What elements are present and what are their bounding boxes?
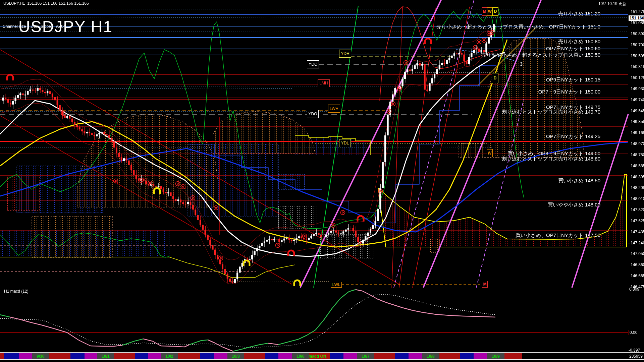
last-updated: 10/7 10:19 更新 xyxy=(598,1,627,7)
date-band-segment xyxy=(439,353,460,359)
date-band-segment xyxy=(374,353,395,359)
macd-panel-label: H1 macd (12) xyxy=(4,289,29,294)
date-band-segment xyxy=(85,353,97,359)
price-tick-label: 147.625 xyxy=(631,219,644,223)
date-band-segment xyxy=(19,353,32,359)
level-label-lwh: LWH xyxy=(328,105,340,113)
date-band-segment xyxy=(244,353,265,359)
date-label: 10/1 xyxy=(99,354,112,359)
level-label-lmh: LMH xyxy=(318,79,330,87)
price-tick-label: 147.435 xyxy=(631,230,644,234)
price-tick-label: 150.890 xyxy=(631,32,644,36)
date-label: 10/7 xyxy=(359,354,372,359)
timeframe-button-w[interactable]: W xyxy=(487,7,493,16)
price-tick-label: 147.820 xyxy=(631,207,644,212)
date-band-segment xyxy=(409,353,422,359)
timeframe-button-m[interactable]: M xyxy=(482,7,487,16)
current-price-tag: 151.166 xyxy=(629,15,644,21)
level-annotation: OP9日NYカット 150.15 xyxy=(546,77,600,83)
date-label: 10/2 xyxy=(163,354,176,359)
price-tick-label: 150.315 xyxy=(631,64,644,69)
level-annotation: 買い小さめ 148.50 xyxy=(558,178,600,184)
macd-on-label: macd ON xyxy=(309,354,326,359)
price-tick-label: 148.780 xyxy=(631,153,644,157)
level-annotation: OP7日NYカット 149.25 xyxy=(546,133,600,140)
price-tick-label: 149.545 xyxy=(631,109,644,113)
macd-max-label: 0.809 xyxy=(629,287,639,292)
level-annotation: 売り小さめ 151.20 xyxy=(558,11,600,17)
status-bar: USDJPY,H1 151.166 151.166 151.166 151.16… xyxy=(0,0,644,7)
level-annotation: 買いやや小さめ 148.00 xyxy=(548,202,600,208)
macd-min-label: -0.397 xyxy=(629,348,640,353)
level-annotation: OP7・9日NYカット 150.00 xyxy=(538,89,600,95)
timeframe-button-w[interactable]: W xyxy=(487,149,493,157)
date-band-segment xyxy=(504,353,522,359)
price-tick-label: 149.930 xyxy=(631,86,644,91)
date-band-segment xyxy=(114,353,135,359)
date-band-segment xyxy=(148,353,161,359)
date-label: 10/8 xyxy=(424,354,437,359)
date-band-segment xyxy=(474,353,487,359)
price-tick-label: 149.355 xyxy=(631,119,644,124)
level-annotation: OP7日NYカット 150.60 xyxy=(546,46,600,52)
level-annotation: 売り小さめ 150.80 xyxy=(558,39,600,45)
level-label-lwl: LWL xyxy=(331,282,342,288)
timeframe-button-d[interactable]: D xyxy=(492,73,498,83)
date-label: 9/30 xyxy=(34,354,47,359)
date-band-segment xyxy=(460,353,474,359)
date-band-segment xyxy=(49,353,70,359)
date-band-segment xyxy=(0,353,4,359)
price-tick-label: 148.970 xyxy=(631,141,644,146)
date-band-segment xyxy=(135,353,148,359)
date-band-segment xyxy=(265,353,278,359)
time-footer-label: 235959 xyxy=(629,354,643,359)
timeframe-button-m[interactable]: M xyxy=(482,281,488,288)
level-label-ydh: YDH xyxy=(339,50,351,58)
date-label: 10/3 xyxy=(229,354,243,359)
date-label: 10/6 xyxy=(294,354,307,359)
price-tick-label: 146.860 xyxy=(631,262,644,267)
price-tick-label: 149.165 xyxy=(631,130,644,135)
price-tick-label: 148.585 xyxy=(631,164,644,168)
date-band-segment xyxy=(70,353,85,359)
level-annotation: 割り込むとストップロス売り小さめ 149.70 xyxy=(502,109,600,115)
level-annotation: 買い小さめ、OP7日NYカット 147.50 xyxy=(516,232,600,239)
date-band-segment xyxy=(278,353,292,359)
price-tick-label: 148.205 xyxy=(631,185,644,190)
date-band-segment xyxy=(343,353,357,359)
timeframe-button-d[interactable]: D xyxy=(492,7,498,16)
symbol-quote-line: USDJPY,H1 151.166 151.166 151.166 151.16… xyxy=(3,1,89,6)
price-tick-label: 150.700 xyxy=(631,43,644,47)
level-annotation: 売りやや小さめ・超えるとストップロス買い 150.50 xyxy=(481,52,600,58)
mt4-chart-window: USDJPY,H1 151.166 151.166 151.166 151.16… xyxy=(0,0,644,362)
channel-info-label: Channel size = 2406 Slope = 95.04 xyxy=(3,24,65,29)
level-label-ydl: YDL xyxy=(339,139,351,147)
date-band-segment xyxy=(395,353,409,359)
date-band-segment xyxy=(330,353,343,359)
price-tick-label: 147.050 xyxy=(631,251,644,256)
price-tick-label: 148.010 xyxy=(631,196,644,201)
date-band-segment xyxy=(214,353,227,359)
level-label-ydo: YDO xyxy=(307,110,319,118)
level-label-ydc: YDC xyxy=(307,60,319,68)
date-band-segment xyxy=(4,353,19,359)
level-annotation: 売り小さめ・超えるとストップロス買い小さめ、OP7日NYカット 151.0 xyxy=(436,24,600,30)
price-tick-label: 151.275 xyxy=(631,9,644,14)
date-band-segment xyxy=(200,353,214,359)
date-band-segment xyxy=(178,353,200,359)
level-annotation: 割り込むとストップロス売り小さめ 148.80 xyxy=(502,156,600,162)
price-tick-label: 150.505 xyxy=(631,54,644,58)
count-label: 3 xyxy=(520,61,523,67)
macd-zero-tag: 0.00 xyxy=(629,330,638,335)
price-tick-label: 151.085 xyxy=(631,20,644,25)
price-tick-label: 150.125 xyxy=(631,75,644,80)
price-tick-label: 149.740 xyxy=(631,98,644,102)
price-tick-label: 148.395 xyxy=(631,175,644,179)
price-tick-label: 146.665 xyxy=(631,274,644,278)
price-tick-label: 147.240 xyxy=(631,241,644,245)
date-label: 10/9 xyxy=(489,354,502,359)
